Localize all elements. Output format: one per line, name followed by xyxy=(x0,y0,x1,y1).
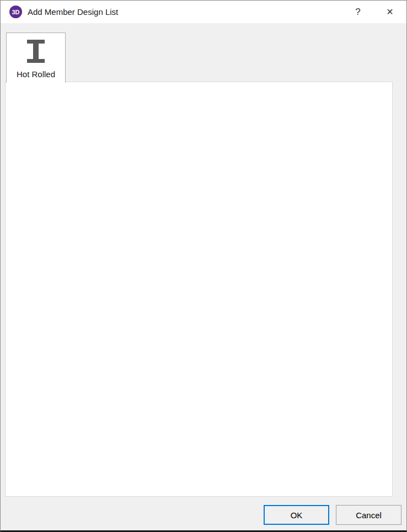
tab-hot-rolled[interactable]: Hot Rolled xyxy=(6,33,66,83)
i-beam-icon xyxy=(7,40,65,65)
help-button[interactable]: ? xyxy=(346,1,370,23)
title-bar: 3D Add Member Design List ? ✕ xyxy=(1,1,406,23)
question-mark-icon: ? xyxy=(355,7,360,18)
close-icon: ✕ xyxy=(386,7,393,17)
window-title: Add Member Design List xyxy=(28,7,118,17)
add-member-design-list-dialog: 3D Add Member Design List ? ✕ Hot Rolled… xyxy=(0,0,407,532)
ok-button[interactable]: OK xyxy=(264,505,329,525)
tab-panel xyxy=(5,82,393,497)
tab-label: Hot Rolled xyxy=(7,69,65,79)
cancel-button[interactable]: Cancel xyxy=(336,505,401,525)
close-button[interactable]: ✕ xyxy=(378,1,402,23)
app-3d-logo-icon: 3D xyxy=(9,6,22,18)
